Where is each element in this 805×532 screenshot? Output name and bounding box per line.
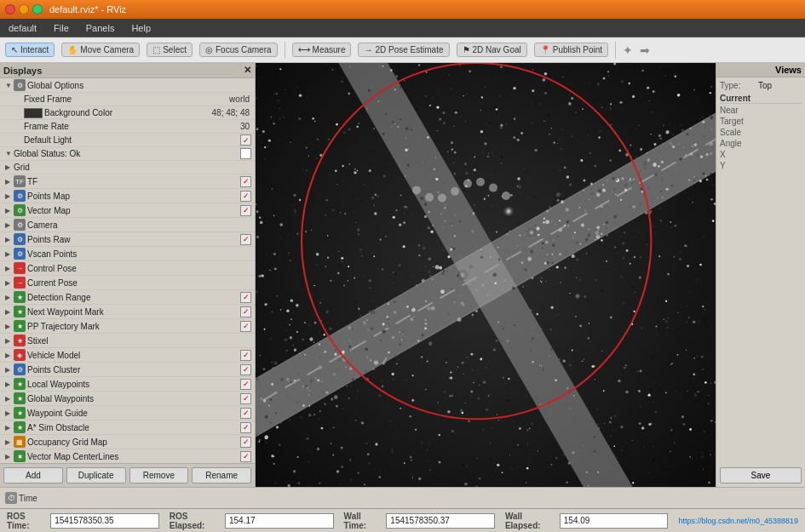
wall-time-input[interactable] [386, 513, 495, 529]
tree-arrow-12[interactable]: ▶ [5, 250, 14, 258]
tree-checkbox-20[interactable]: ✓ [240, 364, 251, 375]
tree-item-2[interactable]: Background Color48; 48; 48 [0, 106, 255, 120]
tree-item-20[interactable]: ▶⚙Points Cluster✓ [0, 363, 255, 377]
tree-checkbox-25[interactable]: ✓ [240, 437, 251, 448]
tree-checkbox-8[interactable]: ✓ [240, 191, 251, 202]
menu-panels[interactable]: Panels [83, 21, 118, 35]
color-swatch-2[interactable] [24, 108, 43, 118]
tree-item-11[interactable]: ▶⚙Points Raw✓ [0, 232, 255, 247]
tree-checkbox-4[interactable]: ✓ [240, 134, 251, 146]
tree-item-10[interactable]: ▶⚙Camera [0, 218, 255, 232]
tree-item-19[interactable]: ▶◈Vehicle Model✓ [0, 348, 255, 363]
tree-arrow-0[interactable]: ▼ [5, 82, 14, 89]
tree-arrow-9[interactable]: ▶ [5, 207, 14, 215]
tree-checkbox-7[interactable]: ✓ [240, 176, 251, 187]
maximize-button[interactable] [32, 4, 43, 14]
tree-arrow-5[interactable]: ▼ [5, 150, 14, 157]
tree-arrow-19[interactable]: ▶ [5, 352, 14, 359]
tree-arrow-18[interactable]: ▶ [5, 337, 14, 345]
tree-arrow-16[interactable]: ▶ [5, 308, 14, 316]
tree-item-5[interactable]: ▼Global Status: Ok [0, 147, 255, 161]
tree-checkbox-22[interactable]: ✓ [240, 393, 251, 404]
tree-item-21[interactable]: ▶★Local Waypoints✓ [0, 377, 255, 392]
window-controls[interactable] [5, 4, 43, 14]
tree-arrow-7[interactable]: ▶ [5, 178, 14, 186]
tree-item-3[interactable]: Frame Rate30 [0, 120, 255, 134]
tree-checkbox-15[interactable]: ✓ [240, 292, 251, 303]
tree-checkbox-19[interactable]: ✓ [240, 350, 251, 361]
duplicate-button[interactable]: Duplicate [66, 467, 126, 483]
pose-estimate-button[interactable]: → 2D Pose Estimate [358, 43, 449, 57]
displays-tree[interactable]: ▼⚙Global OptionsFixed FrameworldBackgrou… [0, 78, 255, 463]
close-button[interactable] [5, 4, 15, 14]
save-button[interactable]: Save [720, 467, 802, 483]
tree-arrow-20[interactable]: ▶ [5, 366, 14, 374]
viewport[interactable] [256, 63, 716, 487]
tree-item-23[interactable]: ▶★Waypoint Guide✓ [0, 406, 255, 420]
tree-item-22[interactable]: ▶★Global Waypoints✓ [0, 392, 255, 406]
tree-checkbox-26[interactable]: ✓ [240, 451, 251, 462]
tree-item-18[interactable]: ▶★Stixel [0, 334, 255, 348]
tree-checkbox-11[interactable]: ✓ [240, 234, 251, 245]
tree-arrow-15[interactable]: ▶ [5, 294, 14, 301]
tree-checkbox-17[interactable]: ✓ [240, 321, 251, 332]
tree-item-6[interactable]: ▶Grid [0, 161, 255, 174]
tree-arrow-25[interactable]: ▶ [5, 438, 14, 446]
remove-button[interactable]: Remove [129, 467, 189, 483]
tree-checkbox-24[interactable]: ✓ [240, 422, 251, 433]
menu-file[interactable]: File [50, 21, 72, 35]
tree-checkbox-21[interactable]: ✓ [240, 379, 251, 390]
tree-arrow-24[interactable]: ▶ [5, 424, 14, 432]
add-button[interactable]: Add [3, 467, 63, 483]
ros-time-input[interactable] [50, 513, 159, 529]
tree-arrow-26[interactable]: ▶ [5, 453, 14, 460]
nav-goal-button[interactable]: ⚑ 2D Nav Goal [457, 43, 527, 57]
tree-arrow-10[interactable]: ▶ [5, 221, 14, 229]
wall-elapsed-input[interactable] [560, 513, 669, 529]
interact-button[interactable]: ↖ Interact [5, 43, 55, 57]
tree-item-9[interactable]: ▶⚙Vector Map✓ [0, 203, 255, 218]
tree-item-15[interactable]: ▶★Detection Range✓ [0, 290, 255, 305]
tree-item-4[interactable]: Default Light✓ [0, 134, 255, 147]
focus-camera-button[interactable]: ◎ Focus Camera [199, 43, 278, 57]
tree-arrow-17[interactable]: ▶ [5, 323, 14, 330]
tree-item-14[interactable]: ▶→Current Pose [0, 276, 255, 290]
tree-arrow-14[interactable]: ▶ [5, 279, 14, 287]
tree-item-12[interactable]: ▶⚙Vscan Points [0, 247, 255, 261]
tree-arrow-23[interactable]: ▶ [5, 409, 14, 417]
extra-tool-1[interactable]: ✦ [623, 43, 633, 57]
tree-item-1[interactable]: Fixed Frameworld [0, 93, 255, 106]
measure-button[interactable]: ⟷ Measure [292, 43, 352, 57]
tree-item-17[interactable]: ▶★PP Trajectory Mark✓ [0, 319, 255, 334]
tree-item-16[interactable]: ▶★Next Waypoint Mark✓ [0, 305, 255, 319]
tree-checkbox-23[interactable]: ✓ [240, 408, 251, 419]
menu-default[interactable]: default [5, 21, 40, 35]
extra-tool-2[interactable]: ➡ [640, 43, 650, 57]
displays-collapse-icon[interactable]: ✕ [244, 65, 251, 76]
publish-point-button[interactable]: 📍 Publish Point [534, 43, 608, 57]
tree-checkbox-16[interactable]: ✓ [240, 306, 251, 317]
menu-help[interactable]: Help [128, 21, 154, 35]
tree-arrow-22[interactable]: ▶ [5, 395, 14, 403]
tree-item-25[interactable]: ▶▦Occupancy Grid Map✓ [0, 435, 255, 449]
minimize-button[interactable] [19, 4, 29, 14]
select-button[interactable]: ⬚ Select [147, 43, 193, 57]
tree-arrow-13[interactable]: ▶ [5, 265, 14, 272]
tree-label-18: Stixel [27, 336, 253, 346]
tree-arrow-6[interactable]: ▶ [5, 163, 14, 171]
tree-item-7[interactable]: ▶TFTF✓ [0, 174, 255, 189]
ros-elapsed-input[interactable] [225, 513, 334, 529]
tree-item-24[interactable]: ▶★A* Sim Obstacle✓ [0, 420, 255, 435]
tree-item-26[interactable]: ▶★Vector Map CenterLines✓ [0, 449, 255, 463]
tree-arrow-21[interactable]: ▶ [5, 380, 14, 388]
move-camera-button[interactable]: ✋ Move Camera [61, 43, 140, 57]
tree-arrow-11[interactable]: ▶ [5, 236, 14, 243]
tree-arrow-8[interactable]: ▶ [5, 192, 14, 200]
scene-canvas[interactable] [256, 63, 716, 487]
tree-item-13[interactable]: ▶→Control Pose [0, 261, 255, 276]
tree-checkbox-9[interactable]: ✓ [240, 205, 251, 216]
tree-item-8[interactable]: ▶⚙Points Map✓ [0, 189, 255, 203]
tree-checkbox-5[interactable] [240, 148, 251, 159]
rename-button[interactable]: Rename [192, 467, 251, 483]
tree-item-0[interactable]: ▼⚙Global Options [0, 78, 255, 93]
